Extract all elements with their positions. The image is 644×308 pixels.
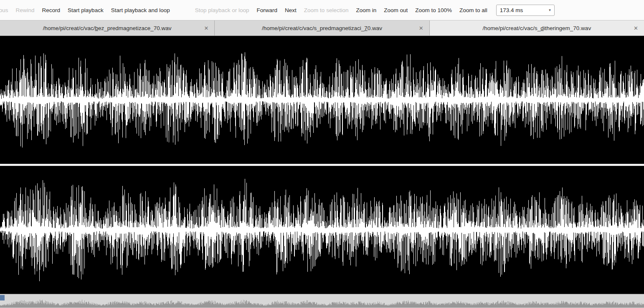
- start-playback-button[interactable]: Start playback: [64, 4, 107, 17]
- toolbar: Previous Rewind Record Start playback St…: [0, 0, 644, 20]
- waveform-canvas-left[interactable]: [0, 36, 644, 164]
- waveform-display: [0, 36, 644, 294]
- tab-label: /home/pi/creat/c/vac/s_ditheringem_70.wa…: [482, 25, 591, 31]
- waveform-channel-left[interactable]: [0, 36, 644, 164]
- tab-s-predmagnetizaci[interactable]: /home/pi/creat/c/vac/s_predmagnetizaci_7…: [215, 20, 429, 36]
- record-button[interactable]: Record: [38, 4, 64, 17]
- zoom-in-button[interactable]: Zoom in: [352, 4, 380, 17]
- zoom-duration-value: 173.4 ms: [500, 7, 523, 13]
- waveform-channel-right[interactable]: [0, 166, 644, 294]
- tab-s-ditheringem[interactable]: /home/pi/creat/c/vac/s_ditheringem_70.wa…: [430, 20, 644, 36]
- zoom-to-all-button[interactable]: Zoom to all: [456, 4, 491, 17]
- start-playback-loop-button[interactable]: Start playback and loop: [107, 4, 174, 17]
- zoom-duration-combobox[interactable]: 173.4 ms ▾: [496, 5, 555, 16]
- zoom-out-button[interactable]: Zoom out: [380, 4, 411, 17]
- previous-button[interactable]: Previous: [0, 4, 12, 17]
- rewind-button[interactable]: Rewind: [12, 4, 38, 17]
- tab-label: /home/pi/creat/c/vac/bez_predmagnetizace…: [43, 25, 172, 31]
- close-icon[interactable]: ✕: [204, 25, 208, 31]
- zoom-to-selection-button[interactable]: Zoom to selection: [300, 4, 352, 17]
- wave-editor-window: Previous Rewind Record Start playback St…: [0, 0, 644, 308]
- zoom-100-button[interactable]: Zoom to 100%: [411, 4, 456, 17]
- waveform-canvas-right[interactable]: [0, 166, 644, 294]
- waveform-overview[interactable]: [0, 298, 644, 308]
- tab-bez-predmagnetizace[interactable]: /home/pi/creat/c/vac/bez_predmagnetizace…: [0, 20, 215, 36]
- forward-button[interactable]: Forward: [253, 4, 281, 17]
- overview-scrollbar[interactable]: [0, 294, 644, 308]
- tab-label: /home/pi/creat/c/vac/s_predmagnetizaci_7…: [262, 25, 382, 31]
- file-tab-bar: /home/pi/creat/c/vac/bez_predmagnetizace…: [0, 20, 644, 36]
- next-button[interactable]: Next: [281, 4, 300, 17]
- stop-playback-button[interactable]: Stop playback or loop: [191, 4, 253, 17]
- close-icon[interactable]: ✕: [634, 25, 638, 31]
- chevron-down-icon: ▾: [549, 8, 551, 12]
- close-icon[interactable]: ✕: [419, 25, 423, 31]
